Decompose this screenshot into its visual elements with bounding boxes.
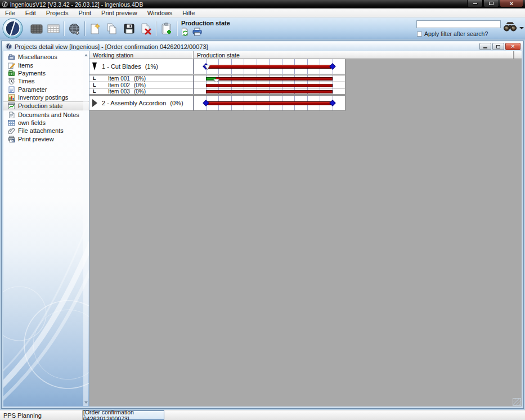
gantt-row-item-003[interactable]: LItem 003(0%) xyxy=(89,88,345,94)
close-icon: × xyxy=(511,44,514,49)
items-pencil-icon xyxy=(8,62,15,69)
gantt-bar-lane xyxy=(194,59,345,74)
clipboard-add-icon[interactable] xyxy=(158,21,175,36)
restore-icon xyxy=(489,2,493,5)
menu-item-projects[interactable]: Projects xyxy=(41,9,74,17)
gantt-row-2-assembly-accordion[interactable]: 2 - Assembly Accordion(0%) xyxy=(89,96,345,110)
sidebar-item-label: Times xyxy=(18,78,35,84)
sidebar-item-label: Print preview xyxy=(18,136,54,142)
progress-flag-icon[interactable] xyxy=(213,76,219,81)
misc-cards-icon xyxy=(8,53,15,60)
sidebar-item-payments[interactable]: Payments xyxy=(3,69,89,77)
gantt-bar-remaining[interactable] xyxy=(208,65,331,69)
filter-option: Apply filter after search? xyxy=(417,30,488,37)
gantt-row-item-001[interactable]: LItem 001(8%) xyxy=(89,75,345,82)
sidebar-item-miscellaneous[interactable]: Miscellaneous xyxy=(3,53,89,61)
menu-item-windows[interactable]: Windows xyxy=(142,9,178,17)
binoculars-icon[interactable] xyxy=(503,22,517,34)
minimize-button[interactable] xyxy=(467,0,483,7)
expanded-down-arrow-icon[interactable] xyxy=(92,62,97,70)
document-window-title: Projects detail view [Ingenious] - [Orde… xyxy=(15,43,208,50)
calendar-view-icon[interactable] xyxy=(45,21,62,36)
find-dropdown-caret-icon[interactable] xyxy=(519,27,524,29)
gantt-row-percent: (0%) xyxy=(170,100,183,106)
close-button[interactable]: × xyxy=(500,0,523,7)
menu-item-print[interactable]: Print xyxy=(73,9,96,17)
sidebar-scrollbar[interactable] xyxy=(83,52,88,406)
sidebar-item-documents-and-notes[interactable]: Documents and Notes xyxy=(3,110,89,118)
sub-item-marker-icon: L xyxy=(93,89,96,94)
gantt-bar-remaining[interactable] xyxy=(206,84,333,87)
gantt-bar-remaining[interactable] xyxy=(208,101,331,105)
doc-minimize-button[interactable] xyxy=(479,43,491,50)
save-icon[interactable] xyxy=(120,21,137,36)
parameter-doc-icon xyxy=(8,86,15,93)
sidebar: MiscellaneousItemsPaymentsTimesParameter… xyxy=(3,51,89,406)
toolbar-group-icons xyxy=(181,28,230,38)
sub-item-marker-icon: L xyxy=(93,76,96,81)
print-production-icon[interactable] xyxy=(192,28,202,38)
application-window: ingeniousV12 [V3.3.42 - 26.03.12] - inge… xyxy=(0,0,525,420)
restore-button[interactable] xyxy=(483,0,499,7)
sidebar-decoration xyxy=(3,204,89,406)
attachment-clip-icon xyxy=(8,127,15,134)
restore-icon xyxy=(496,45,500,48)
sidebar-item-times[interactable]: Times xyxy=(3,77,89,85)
new-document-icon[interactable] xyxy=(87,21,104,36)
gantt-row-label: Item 002 xyxy=(108,82,130,88)
payments-coin-icon xyxy=(8,70,15,77)
gantt-row-label: 2 - Assembly Accordion xyxy=(102,100,166,106)
sidebar-item-production-state[interactable]: Production state xyxy=(3,101,89,110)
menu-bar: FileEditProjectsPrintPrint previewWindow… xyxy=(0,8,525,17)
menu-item-edit[interactable]: Edit xyxy=(20,9,41,17)
gantt-row-percent: (1%) xyxy=(145,63,158,70)
gantt-bar-lane xyxy=(194,88,345,94)
header-end-cap xyxy=(514,51,522,59)
gantt-bar-remaining[interactable] xyxy=(206,77,333,81)
status-mode: PPS Planning xyxy=(0,410,83,420)
gantt-bar-lane xyxy=(194,75,345,82)
refresh-document-icon[interactable] xyxy=(181,28,189,38)
production-state-group: Production state xyxy=(181,20,230,38)
filter-checkbox[interactable] xyxy=(417,32,422,37)
sidebar-item-items[interactable]: Items xyxy=(3,61,89,69)
menu-item-hilfe[interactable]: Hilfe xyxy=(177,9,200,17)
doc-restore-button[interactable] xyxy=(492,43,504,50)
gantt-row-1-cut-blades[interactable]: 1 - Cut Blades(1%) xyxy=(89,59,345,74)
copy-icon[interactable] xyxy=(104,21,120,36)
document-title-bar[interactable]: Projects detail view [Ingenious] - [Orde… xyxy=(2,42,523,51)
toolbar-group-label: Production state xyxy=(181,20,230,26)
column-header-production-state[interactable]: Production state xyxy=(194,51,514,59)
sidebar-item-file-attachments[interactable]: File attachments xyxy=(3,127,89,135)
progress-flag-icon[interactable] xyxy=(204,62,210,67)
sidebar-item-inventory-postings[interactable]: Inventory postings xyxy=(3,93,89,101)
gantt-row-item-002[interactable]: LItem 002(0%) xyxy=(89,82,345,88)
sidebar-item-label: Production state xyxy=(18,102,63,109)
status-active-document[interactable]: [Order confirmation 04262012/00073] xyxy=(83,410,164,420)
scroll-down-icon[interactable] xyxy=(84,401,88,404)
production-state-icon xyxy=(8,102,15,109)
app-icon xyxy=(2,1,8,7)
delete-document-icon[interactable] xyxy=(137,21,154,36)
menu-item-print-preview[interactable]: Print preview xyxy=(96,9,142,17)
menu-item-file[interactable]: File xyxy=(0,9,20,17)
close-icon: × xyxy=(510,1,513,6)
scroll-up-icon[interactable] xyxy=(84,54,88,56)
sidebar-item-print-preview[interactable]: Print preview xyxy=(3,135,89,143)
search-input[interactable] xyxy=(416,20,501,28)
grid-view-icon[interactable] xyxy=(28,21,45,36)
collapsed-right-arrow-icon[interactable] xyxy=(92,99,97,107)
sidebar-item-label: own fields xyxy=(18,119,46,126)
gantt-bar-remaining[interactable] xyxy=(206,90,333,93)
own-fields-grid-icon xyxy=(8,119,15,126)
status-bar: PPS Planning [Order confirmation 0426201… xyxy=(0,410,525,420)
column-header-working-station[interactable]: Working station xyxy=(89,51,194,59)
search-globe-icon[interactable] xyxy=(66,21,83,36)
projects-detail-window: Projects detail view [Ingenious] - [Orde… xyxy=(1,41,524,409)
sidebar-item-parameter[interactable]: Parameter xyxy=(3,86,89,93)
resize-grip[interactable] xyxy=(513,398,521,406)
sub-item-marker-icon: L xyxy=(93,83,96,88)
sidebar-item-own-fields[interactable]: own fields xyxy=(3,119,89,127)
sidebar-item-label: File attachments xyxy=(18,127,64,134)
doc-close-button[interactable]: × xyxy=(505,43,520,50)
